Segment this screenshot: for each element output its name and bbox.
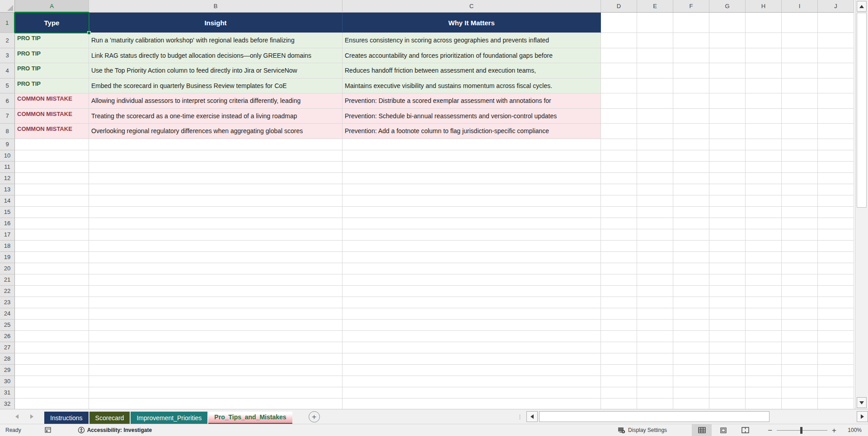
cell-H18[interactable] — [746, 241, 782, 252]
cell-H9[interactable] — [746, 139, 782, 150]
cell-C6[interactable]: Prevention: Distribute a scored exemplar… — [343, 93, 601, 109]
zoom-slider-thumb[interactable] — [800, 427, 802, 434]
display-settings-button[interactable]: Display Settings — [618, 427, 667, 434]
cell-F8[interactable] — [673, 124, 709, 139]
cell-I2[interactable] — [782, 33, 818, 48]
cell-H7[interactable] — [746, 109, 782, 124]
cell-I18[interactable] — [782, 241, 818, 252]
cell-E20[interactable] — [637, 263, 673, 274]
cell-I19[interactable] — [782, 252, 818, 263]
cell-F26[interactable] — [673, 331, 709, 342]
cell-H30[interactable] — [746, 376, 782, 387]
row-header-3[interactable]: 3 — [0, 48, 15, 64]
row-header-9[interactable]: 9 — [0, 139, 15, 150]
column-header-G[interactable]: G — [709, 0, 746, 13]
cell-D30[interactable] — [601, 376, 637, 387]
cell-G1[interactable] — [709, 13, 746, 33]
column-header-D[interactable]: D — [601, 0, 637, 13]
cell-F1[interactable] — [673, 13, 709, 33]
cell-F13[interactable] — [673, 184, 709, 195]
cell-G32[interactable] — [709, 399, 746, 409]
cell-J11[interactable] — [818, 162, 854, 173]
cell-E29[interactable] — [637, 365, 673, 376]
cell-D6[interactable] — [601, 93, 637, 109]
cell-F10[interactable] — [673, 150, 709, 162]
cell-E30[interactable] — [637, 376, 673, 387]
cell-E24[interactable] — [637, 308, 673, 320]
cell-J4[interactable] — [818, 63, 854, 79]
cell-B6[interactable]: Allowing individual assessors to interpr… — [89, 93, 343, 109]
cell-J7[interactable] — [818, 109, 854, 124]
sheet-tab-instructions[interactable]: Instructions — [44, 412, 89, 424]
cell-D31[interactable] — [601, 387, 637, 399]
cell-B22[interactable] — [89, 286, 343, 297]
row-header-12[interactable]: 12 — [0, 173, 15, 184]
cell-F2[interactable] — [673, 33, 709, 48]
cell-A32[interactable] — [15, 399, 89, 409]
cell-I15[interactable] — [782, 207, 818, 218]
cell-A15[interactable] — [15, 207, 89, 218]
cell-F14[interactable] — [673, 195, 709, 207]
cell-F20[interactable] — [673, 263, 709, 274]
cell-I7[interactable] — [782, 109, 818, 124]
cell-H2[interactable] — [746, 33, 782, 48]
zoom-out-button[interactable]: − — [768, 427, 772, 434]
cell-I5[interactable] — [782, 79, 818, 94]
cell-J23[interactable] — [818, 297, 854, 308]
cell-F30[interactable] — [673, 376, 709, 387]
cell-F28[interactable] — [673, 353, 709, 365]
row-header-29[interactable]: 29 — [0, 365, 15, 376]
cell-J8[interactable] — [818, 124, 854, 139]
cell-F4[interactable] — [673, 63, 709, 79]
cell-C28[interactable] — [343, 353, 601, 365]
cell-E18[interactable] — [637, 241, 673, 252]
cell-J31[interactable] — [818, 387, 854, 399]
row-header-7[interactable]: 7 — [0, 109, 15, 124]
cell-B1[interactable]: Insight — [89, 13, 343, 33]
cell-B24[interactable] — [89, 308, 343, 320]
cell-G11[interactable] — [709, 162, 746, 173]
sheet-tab-improvement_priorities[interactable]: Improvement_Priorities — [131, 412, 207, 424]
cell-C25[interactable] — [343, 320, 601, 331]
cell-F31[interactable] — [673, 387, 709, 399]
cell-C32[interactable] — [343, 399, 601, 409]
cell-C29[interactable] — [343, 365, 601, 376]
row-header-14[interactable]: 14 — [0, 195, 15, 207]
cell-J18[interactable] — [818, 241, 854, 252]
cell-A16[interactable] — [15, 218, 89, 229]
row-header-31[interactable]: 31 — [0, 387, 15, 399]
cell-C16[interactable] — [343, 218, 601, 229]
cell-D9[interactable] — [601, 139, 637, 150]
cell-C23[interactable] — [343, 297, 601, 308]
cell-I27[interactable] — [782, 342, 818, 353]
cell-F3[interactable] — [673, 48, 709, 64]
cell-G27[interactable] — [709, 342, 746, 353]
cell-G10[interactable] — [709, 150, 746, 162]
next-sheet-arrow-icon[interactable] — [30, 414, 33, 419]
cell-I28[interactable] — [782, 353, 818, 365]
cell-E21[interactable] — [637, 274, 673, 286]
cell-G24[interactable] — [709, 308, 746, 320]
row-header-5[interactable]: 5 — [0, 79, 15, 94]
cell-C3[interactable]: Creates accountability and forces priori… — [343, 48, 601, 64]
scroll-right-button[interactable] — [857, 411, 868, 422]
cell-J12[interactable] — [818, 173, 854, 184]
cell-A11[interactable] — [15, 162, 89, 173]
cell-H28[interactable] — [746, 353, 782, 365]
row-header-22[interactable]: 22 — [0, 286, 15, 297]
cell-E25[interactable] — [637, 320, 673, 331]
cell-J20[interactable] — [818, 263, 854, 274]
cell-G8[interactable] — [709, 124, 746, 139]
cell-A3[interactable]: PRO TIP — [15, 48, 89, 64]
cell-F16[interactable] — [673, 218, 709, 229]
cell-G14[interactable] — [709, 195, 746, 207]
cell-E3[interactable] — [637, 48, 673, 64]
zoom-level[interactable]: 100% — [841, 427, 862, 433]
cell-A8[interactable]: COMMON MISTAKE — [15, 124, 89, 139]
cell-C31[interactable] — [343, 387, 601, 399]
cell-E22[interactable] — [637, 286, 673, 297]
cell-B13[interactable] — [89, 184, 343, 195]
row-header-13[interactable]: 13 — [0, 184, 15, 195]
cell-A20[interactable] — [15, 263, 89, 274]
cell-I13[interactable] — [782, 184, 818, 195]
